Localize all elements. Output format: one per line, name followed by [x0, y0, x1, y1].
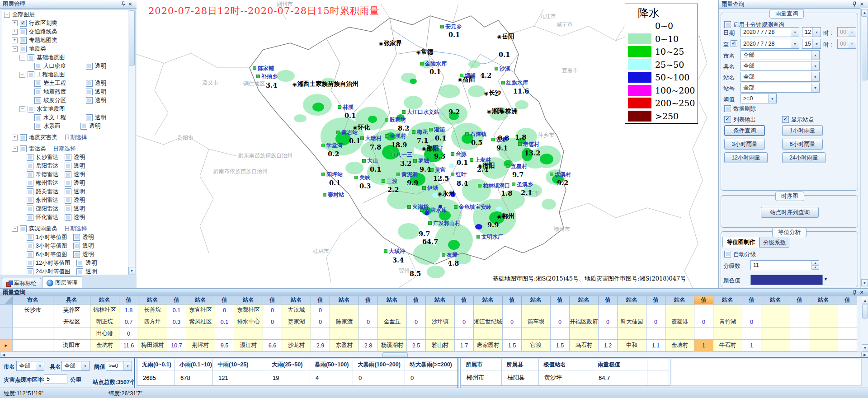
grid-cell-station[interactable]: 乌石村: [570, 340, 599, 351]
layer-checkbox[interactable]: [27, 163, 33, 169]
grid-cell-station[interactable]: 锦林社区: [90, 304, 119, 316]
grid-cell-station[interactable]: 梅田湖村: [138, 340, 167, 351]
dropdown-arrow-icon[interactable]: ▼: [812, 28, 821, 37]
grid-cell-value[interactable]: 0: [263, 304, 282, 316]
county-select[interactable]: 全部▼: [741, 61, 820, 71]
grid-cell-station[interactable]: [426, 328, 455, 340]
grid-cell-value[interactable]: 0: [119, 328, 138, 340]
grid-cell-value[interactable]: 0.3: [167, 316, 186, 328]
grid-cell-station[interactable]: 东郡社区: [234, 304, 263, 316]
grid-cell-value[interactable]: [742, 328, 761, 340]
grid-cell-value[interactable]: [694, 304, 713, 316]
layer-checkbox[interactable]: [27, 251, 33, 258]
transparent-checkbox[interactable]: [86, 80, 93, 87]
layer-tree-item[interactable]: 常德雷达透明: [1, 170, 129, 179]
grid-cell-station[interactable]: 东盈村: [330, 340, 359, 351]
grid-cell-value[interactable]: 1: [694, 340, 713, 351]
grid-header-station[interactable]: 站名: [234, 296, 263, 304]
grid-header-station[interactable]: 站名: [282, 296, 311, 304]
layer-checkbox[interactable]: [34, 97, 41, 104]
grid-cell-value[interactable]: 0: [646, 316, 665, 328]
transparent-checkbox[interactable]: [65, 163, 71, 169]
layer-checkbox[interactable]: [27, 188, 33, 195]
layer-checkbox[interactable]: [20, 37, 27, 44]
grid-cell-station[interactable]: [761, 316, 790, 328]
grid-cell-station[interactable]: 金盆丘: [378, 316, 407, 328]
layer-tree-item[interactable]: −雷达类日期选择: [1, 145, 129, 153]
grid-cell-station[interactable]: [378, 304, 407, 316]
layer-tree-item[interactable]: +地质灾害类日期选择: [1, 133, 129, 142]
layer-tree-item[interactable]: −地质类: [1, 45, 129, 53]
grid-cell-station[interactable]: [378, 328, 407, 340]
grid-cell-value[interactable]: 1.1: [646, 340, 665, 351]
row-selector-cell[interactable]: [0, 328, 13, 340]
transparent-checkbox[interactable]: [73, 234, 80, 241]
grid-header-station[interactable]: 站名: [761, 296, 790, 304]
grid-cell-station[interactable]: [570, 328, 599, 340]
filter-city-select[interactable]: 全部▼: [16, 361, 44, 371]
layer-tree-item[interactable]: 长沙雷达透明: [1, 153, 129, 162]
grid-cell-city[interactable]: [13, 340, 53, 351]
grid-cell-station[interactable]: [665, 304, 694, 316]
grid-cell-county[interactable]: 开福区: [53, 316, 90, 328]
grid-cell-value[interactable]: [503, 328, 522, 340]
right-panel-scrollbar[interactable]: ▲ ▼: [860, 8, 868, 288]
grid-cell-value[interactable]: 10.7: [167, 340, 186, 351]
transparent-checkbox[interactable]: [86, 89, 93, 95]
scroll-down-icon[interactable]: ▼: [862, 344, 868, 351]
grid-cell-station[interactable]: 紫凤社区: [186, 316, 215, 328]
grid-header-station[interactable]: 站名: [570, 296, 599, 304]
tree-expander-icon[interactable]: −: [4, 12, 10, 18]
close-icon[interactable]: ✕: [858, 1, 865, 7]
grid-cell-value[interactable]: [407, 328, 426, 340]
rain-12h-button[interactable]: 12小时雨量: [724, 152, 768, 163]
grid-cell-value[interactable]: [167, 328, 186, 340]
grid-cell-station[interactable]: [713, 328, 742, 340]
grid-header-value[interactable]: 值: [694, 296, 713, 304]
grid-header-value[interactable]: 值: [503, 296, 522, 304]
dropdown-arrow-icon[interactable]: ▼: [36, 361, 44, 370]
grid-header-station[interactable]: 站名: [713, 296, 742, 304]
layer-checkbox[interactable]: [27, 180, 33, 187]
grid-cell-station[interactable]: 官渡: [522, 340, 551, 351]
grid-cell-station[interactable]: [809, 304, 838, 316]
grid-cell-station[interactable]: 陈家渡: [330, 316, 359, 328]
grid-cell-value[interactable]: 0: [263, 316, 282, 328]
transparent-checkbox[interactable]: [76, 260, 83, 267]
grid-cell-station[interactable]: 科大佳园: [618, 316, 646, 328]
dropdown-arrow-icon[interactable]: ▼: [791, 28, 799, 37]
dropdown-arrow-icon[interactable]: ▼: [123, 361, 132, 370]
grid-cell-station[interactable]: 沙坪镇: [426, 316, 455, 328]
grid-cell-value[interactable]: [215, 328, 234, 340]
grid-cell-station[interactable]: [522, 304, 551, 316]
city-select[interactable]: 全部▼: [741, 50, 820, 60]
grid-header-value[interactable]: 值: [311, 296, 330, 304]
grid-header-station[interactable]: 站名: [474, 296, 503, 304]
layer-tree-item[interactable]: +行政区划类: [1, 19, 129, 28]
grid-cell-station[interactable]: [570, 304, 599, 316]
dropdown-arrow-icon[interactable]: ▼: [811, 61, 819, 70]
grid-cell-value[interactable]: [790, 304, 809, 316]
dropdown-arrow-icon[interactable]: ▼: [811, 51, 819, 60]
tab-layer-manager[interactable]: 图层管理: [42, 276, 82, 289]
grid-header-value[interactable]: 值: [263, 296, 282, 304]
layer-checkbox[interactable]: [34, 89, 41, 95]
grid-cell-value[interactable]: 1.8: [119, 304, 138, 316]
grid-cell-station[interactable]: [234, 328, 263, 340]
transparent-checkbox[interactable]: [86, 63, 93, 70]
grid-cell-station[interactable]: 朝正垸: [90, 316, 119, 328]
grid-cell-station[interactable]: [330, 304, 359, 316]
grid-cell-station[interactable]: [809, 316, 838, 328]
grid-cell-station[interactable]: 唐家园村: [474, 340, 503, 351]
tab-grading-coefficient[interactable]: 分级系数: [760, 238, 789, 248]
grid-cell-value[interactable]: [838, 304, 857, 316]
transparent-checkbox[interactable]: [65, 180, 71, 187]
layer-checkbox[interactable]: [20, 46, 27, 52]
grid-cell-value[interactable]: 0: [407, 316, 426, 328]
tree-expander-icon[interactable]: −: [12, 146, 18, 152]
grid-cell-station[interactable]: 开福区政府: [570, 316, 599, 328]
grid-cell-value[interactable]: 0: [215, 304, 234, 316]
pin-icon[interactable]: [851, 290, 858, 296]
grid-header-value[interactable]: 值: [790, 296, 809, 304]
scroll-down-icon[interactable]: ▼: [128, 267, 135, 274]
